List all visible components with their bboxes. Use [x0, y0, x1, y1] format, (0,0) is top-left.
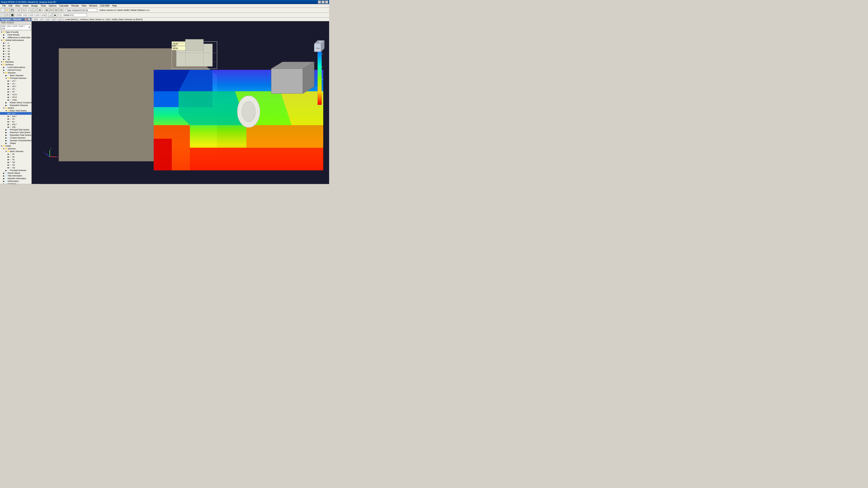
tree-item-44[interactable]: ▼📁Basic Stresses: [0, 150, 31, 153]
tree-item-43[interactable]: ▼📁Stresses: [0, 147, 31, 150]
tree-item-21[interactable]: ▶○σ2,-: [0, 88, 31, 90]
navigator-pin-button[interactable]: 📌: [25, 18, 27, 21]
menu-item-view[interactable]: View: [14, 4, 22, 7]
tree-item-13[interactable]: ▶📄Local Deformations: [0, 66, 31, 69]
tree-item-30[interactable]: ▶●εx,+: [0, 112, 31, 115]
wireframe-button[interactable]: ⬡: [5, 13, 10, 17]
tree-item-2[interactable]: ▶📄Differences to initial state: [0, 36, 31, 39]
tree-expand-icon[interactable]: ▶: [5, 134, 7, 136]
tree-item-11[interactable]: ▼📁Members: [0, 61, 31, 63]
view-yz-button[interactable]: YZ: [59, 8, 63, 12]
result-diagram[interactable]: 📊: [48, 13, 53, 17]
view-xy-button[interactable]: XY: [49, 8, 54, 12]
tree-item-26[interactable]: ▶📄Elastic Stress Components: [0, 101, 31, 104]
tree-item-55[interactable]: ▶📄Deformation: [0, 180, 31, 183]
menu-item-file[interactable]: File: [1, 4, 7, 7]
tree-item-40[interactable]: ▶📄Isotropic Characteristics: [0, 139, 31, 142]
tree-expand-icon[interactable]: ▼: [0, 39, 3, 41]
tree-item-17[interactable]: ▼📁Principal Stresses: [0, 77, 31, 79]
tree-item-27[interactable]: ▶📄Equivalent Stresses: [0, 104, 31, 107]
tree-expand-icon[interactable]: ▶: [5, 102, 7, 104]
tree-expand-icon[interactable]: ▶: [7, 80, 9, 82]
tree-item-20[interactable]: ▶○σ2,+: [0, 85, 31, 88]
tree-expand-icon[interactable]: ▶: [3, 58, 5, 60]
menu-item-view[interactable]: View: [80, 4, 88, 7]
tree-expand-icon[interactable]: ▶: [7, 164, 9, 166]
tree-expand-icon[interactable]: ▶: [7, 86, 9, 88]
tree-expand-icon[interactable]: ▶: [3, 69, 5, 71]
tree-expand-icon[interactable]: ▶: [3, 53, 5, 55]
tree-expand-icon[interactable]: ▶: [3, 47, 5, 50]
tree-item-28[interactable]: ▼📁Strains: [0, 107, 31, 109]
tree-item-52[interactable]: ▶📄Result Values: [0, 172, 31, 174]
tree-expand-icon[interactable]: ▼: [3, 148, 5, 150]
tree-expand-icon[interactable]: ▶: [5, 142, 7, 144]
tree-expand-icon[interactable]: ▶: [5, 169, 7, 171]
tree-item-0[interactable]: ▼📁Type of results: [0, 31, 31, 33]
tree-expand-icon[interactable]: ▶: [7, 123, 9, 125]
tree-expand-icon[interactable]: ▶: [7, 167, 9, 169]
tree-item-7[interactable]: ▶○uz: [0, 50, 31, 53]
tree-expand-icon[interactable]: ▶: [3, 56, 5, 58]
tree-item-53[interactable]: ▶📄Title Information: [0, 174, 31, 177]
nav-last-button[interactable]: ▶|: [24, 184, 29, 185]
maximize-button[interactable]: □: [321, 0, 324, 4]
tree-item-23[interactable]: ▶○σ1,m: [0, 93, 31, 96]
tree-expand-icon[interactable]: ▶: [7, 88, 9, 90]
tree-expand-icon[interactable]: ▼: [0, 145, 3, 147]
tree-item-36[interactable]: ▶📄Principal Total Strains: [0, 128, 31, 131]
tree-item-32[interactable]: ▶○εx,-: [0, 118, 31, 120]
tree-expand-icon[interactable]: ▶: [7, 159, 9, 161]
tree-item-31[interactable]: ▶○εyy,+: [0, 115, 31, 118]
nav-first-button[interactable]: |◀: [1, 184, 5, 185]
tree-expand-icon[interactable]: ▶: [5, 131, 7, 133]
tree-expand-icon[interactable]: ▶: [7, 115, 9, 117]
tree-expand-icon[interactable]: ▶: [7, 96, 9, 98]
tree-item-5[interactable]: ▶○ux: [0, 44, 31, 47]
tree-expand-icon[interactable]: ▶: [7, 126, 9, 128]
keyword-search[interactable]: Type a keyword (Alt+Q): [66, 8, 97, 12]
zoom-all-button[interactable]: ⊞: [38, 8, 42, 12]
tree-expand-icon[interactable]: ▶: [7, 99, 9, 101]
tree-item-19[interactable]: ▶○σ1,-: [0, 82, 31, 85]
tree-expand-icon[interactable]: ▶: [5, 104, 7, 106]
new-button[interactable]: 📄: [0, 8, 5, 12]
tree-expand-icon[interactable]: ▼: [5, 110, 7, 112]
tree-expand-icon[interactable]: ▶: [3, 66, 5, 68]
menu-item-tools[interactable]: Tools: [39, 4, 47, 7]
tree-item-4[interactable]: ▶○u: [0, 41, 31, 44]
tree-item-14[interactable]: ▶📄Internal Forces: [0, 69, 31, 71]
tree-item-47[interactable]: ▶○σz: [0, 158, 31, 161]
tree-item-48[interactable]: ▶○τyz: [0, 161, 31, 164]
tree-expand-icon[interactable]: ▶: [3, 175, 5, 177]
tree-item-51[interactable]: ▶📄Principal Stresses: [0, 169, 31, 172]
tree-expand-icon[interactable]: ▼: [0, 31, 3, 33]
tree-item-37[interactable]: ▶📄Maximum Total Strains: [0, 131, 31, 134]
tree-expand-icon[interactable]: ▼: [5, 151, 7, 153]
nav-prev-button[interactable]: ◀: [6, 184, 11, 185]
tree-item-50[interactable]: ▶○τxy: [0, 166, 31, 169]
tree-item-22[interactable]: ▶○τm: [0, 90, 31, 93]
tree-expand-icon[interactable]: ▶: [7, 83, 9, 85]
tree-item-49[interactable]: ▶○τxz: [0, 164, 31, 166]
view-dropdown[interactable]: 1 - Global XYZ: [60, 13, 87, 17]
open-button[interactable]: 📂: [5, 8, 10, 12]
tree-item-9[interactable]: ▶○φy: [0, 55, 31, 58]
tree-item-8[interactable]: ▶○φx: [0, 53, 31, 55]
nav-next-button[interactable]: ▶: [19, 184, 24, 185]
tree-expand-icon[interactable]: ▶: [5, 74, 7, 76]
tree-item-38[interactable]: ▶📄Equivalent Total Strains: [0, 134, 31, 136]
tree-expand-icon[interactable]: ▶: [5, 140, 7, 142]
tree-item-15[interactable]: ▼📁Stresses: [0, 71, 31, 74]
tree-expand-icon[interactable]: ▶: [3, 45, 5, 47]
tree-item-24[interactable]: ▶○σ2,m: [0, 96, 31, 98]
tree-expand-icon[interactable]: ▶: [7, 94, 9, 96]
tree-expand-icon[interactable]: ▶: [3, 34, 5, 36]
tree-item-16[interactable]: ▶📄Basic Stresses: [0, 74, 31, 77]
tree-expand-icon[interactable]: ▼: [3, 72, 5, 74]
tree-expand-icon[interactable]: ▶: [5, 129, 7, 131]
tree-item-10[interactable]: ▶○φz: [0, 58, 31, 61]
tree-expand-icon[interactable]: ▶: [3, 50, 5, 52]
tree-item-33[interactable]: ▶○εy,-: [0, 120, 31, 123]
tree-expand-icon[interactable]: ▶: [7, 156, 9, 158]
